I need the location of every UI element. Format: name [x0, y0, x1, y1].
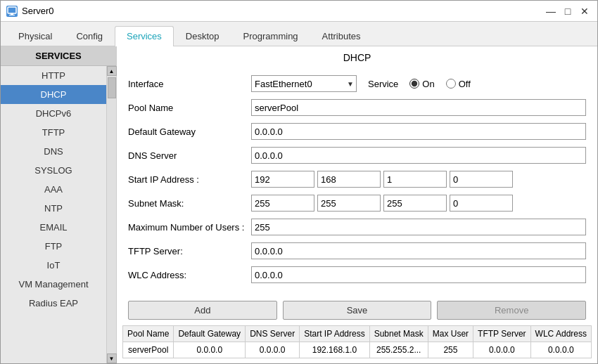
scrollbar-thumb[interactable]	[108, 77, 116, 98]
subnet-mask-input-4[interactable]	[450, 195, 513, 212]
service-group: Service On Off	[368, 79, 471, 89]
start-ip-label: Start IP Address :	[128, 174, 251, 185]
subnet-mask-input-3[interactable]	[383, 195, 447, 212]
sidebar-item-email[interactable]: EMAIL	[1, 218, 106, 237]
main-window: Server0 — □ ✕ Physical Config Services D…	[0, 0, 598, 364]
service-label: Service	[368, 79, 398, 89]
sidebar-item-syslog[interactable]: SYSLOG	[1, 161, 106, 180]
sidebar-scroll: HTTP DHCP DHCPv6 TFTP DNS SYSLOG AAA NTP…	[1, 66, 116, 363]
interface-row: Interface FastEthernet0 FastEthernet1 ▼ …	[128, 74, 586, 93]
start-ip-inputs	[251, 171, 513, 188]
sidebar-item-tftp[interactable]: TFTP	[1, 123, 106, 142]
service-off-text: Off	[459, 79, 471, 89]
title-bar: Server0 — □ ✕	[1, 1, 597, 22]
form-area: Interface FastEthernet0 FastEthernet1 ▼ …	[117, 69, 597, 295]
start-ip-input-4[interactable]	[450, 171, 513, 188]
tab-bar: Physical Config Services Desktop Program…	[1, 22, 597, 46]
col-pool-name: Pool Name	[123, 326, 174, 342]
scrollbar-up-btn[interactable]: ▲	[107, 66, 117, 76]
app-icon	[6, 6, 18, 17]
start-ip-input-2[interactable]	[317, 171, 381, 188]
dns-server-row: DNS Server	[128, 146, 586, 164]
sidebar-item-dhcpv6[interactable]: DHCPv6	[1, 104, 106, 123]
tab-physical[interactable]: Physical	[6, 26, 64, 46]
sidebar-header: SERVICES	[1, 46, 116, 66]
window-title: Server0	[22, 6, 544, 16]
col-start-ip: Start IP Address	[300, 326, 370, 342]
sidebar-item-iot[interactable]: IoT	[1, 256, 106, 275]
save-button[interactable]: Save	[283, 301, 432, 320]
tab-services[interactable]: Services	[115, 26, 174, 46]
remove-button[interactable]: Remove	[437, 301, 586, 320]
cell-start-ip: 192.168.1.0	[300, 342, 370, 358]
svg-rect-2	[9, 15, 15, 15]
subnet-mask-inputs	[251, 195, 513, 212]
max-users-row: Maximum Number of Users :	[128, 218, 586, 236]
maximize-button[interactable]: □	[561, 4, 575, 18]
service-off-label[interactable]: Off	[446, 79, 471, 89]
dhcp-table: Pool Name Default Gateway DNS Server Sta…	[122, 325, 592, 358]
col-max-user: Max User	[428, 326, 473, 342]
sidebar-scrollbar[interactable]: ▲ ▼	[106, 66, 116, 363]
sidebar-item-dns[interactable]: DNS	[1, 142, 106, 161]
wlc-address-row: WLC Address:	[128, 266, 586, 284]
dns-server-label: DNS Server	[128, 150, 251, 161]
add-button[interactable]: Add	[128, 301, 277, 320]
start-ip-input-3[interactable]	[383, 171, 447, 188]
interface-label: Interface	[128, 79, 251, 89]
max-users-input[interactable]	[251, 219, 586, 235]
col-tftp-server: TFTP Server	[473, 326, 530, 342]
buttons-row: Add Save Remove	[117, 295, 597, 325]
pool-name-label: Pool Name	[128, 103, 251, 113]
service-off-radio[interactable]	[446, 79, 456, 89]
window-controls: — □ ✕	[544, 4, 592, 18]
start-ip-row: Start IP Address :	[128, 170, 586, 188]
cell-max-user: 255	[428, 342, 473, 358]
service-on-text: On	[422, 79, 434, 89]
col-wlc-address: WLC Address	[530, 326, 591, 342]
tab-desktop[interactable]: Desktop	[174, 26, 231, 46]
col-default-gateway: Default Gateway	[174, 326, 246, 342]
tftp-server-row: TFTP Server:	[128, 242, 586, 260]
close-button[interactable]: ✕	[578, 4, 592, 18]
service-on-label[interactable]: On	[409, 79, 434, 89]
sidebar-item-ftp[interactable]: FTP	[1, 237, 106, 256]
cell-tftp-server: 0.0.0.0	[473, 342, 530, 358]
tftp-server-label: TFTP Server:	[128, 246, 251, 256]
default-gateway-input[interactable]	[251, 123, 586, 140]
subnet-mask-row: Subnet Mask:	[128, 194, 586, 212]
pool-name-input[interactable]	[251, 99, 586, 116]
max-users-label: Maximum Number of Users :	[128, 222, 251, 233]
minimize-button[interactable]: —	[544, 4, 558, 18]
tftp-server-input[interactable]	[251, 242, 586, 259]
interface-select-wrap: FastEthernet0 FastEthernet1 ▼	[251, 75, 357, 92]
tab-config[interactable]: Config	[64, 26, 115, 46]
wlc-address-label: WLC Address:	[128, 270, 251, 280]
subnet-mask-input-2[interactable]	[317, 195, 381, 212]
sidebar-item-http[interactable]: HTTP	[1, 66, 106, 85]
sidebar-item-vm-mgmt[interactable]: VM Management	[1, 275, 106, 294]
dhcp-title: DHCP	[117, 46, 597, 69]
subnet-mask-input-1[interactable]	[251, 195, 314, 212]
dns-server-input[interactable]	[251, 147, 586, 164]
default-gateway-row: Default Gateway	[128, 122, 586, 141]
sidebar-item-dhcp[interactable]: DHCP	[1, 85, 106, 104]
cell-pool-name: serverPool	[123, 342, 174, 358]
scrollbar-down-btn[interactable]: ▼	[107, 353, 117, 363]
col-subnet-mask: Subnet Mask	[369, 326, 428, 342]
table-row: serverPool 0.0.0.0 0.0.0.0 192.168.1.0 2…	[123, 342, 592, 358]
col-dns-server: DNS Server	[246, 326, 300, 342]
wlc-address-input[interactable]	[251, 266, 586, 283]
tab-programming[interactable]: Programming	[231, 26, 310, 46]
sidebar: SERVICES HTTP DHCP DHCPv6 TFTP DNS SYSLO…	[1, 46, 117, 363]
cell-default-gateway: 0.0.0.0	[174, 342, 246, 358]
interface-select[interactable]: FastEthernet0 FastEthernet1	[251, 75, 357, 92]
tab-attributes[interactable]: Attributes	[310, 26, 373, 46]
subnet-mask-label: Subnet Mask:	[128, 198, 251, 209]
start-ip-input-1[interactable]	[251, 171, 314, 188]
service-on-radio[interactable]	[409, 79, 419, 89]
svg-rect-0	[8, 7, 16, 13]
sidebar-item-aaa[interactable]: AAA	[1, 180, 106, 199]
sidebar-item-ntp[interactable]: NTP	[1, 199, 106, 218]
sidebar-item-radius[interactable]: Radius EAP	[1, 294, 106, 313]
